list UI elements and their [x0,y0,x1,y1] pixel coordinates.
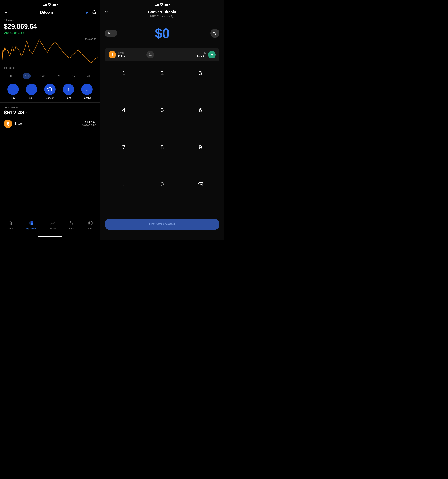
numpad-8[interactable]: 8 [143,140,181,154]
to-currency: USDT [197,54,206,58]
right-battery-icon [164,4,169,6]
header-actions: ★ [85,10,96,15]
amount-input-area: Max $0 [100,20,224,45]
right-home-bar [150,236,175,236]
chart-low-label: $29,730.00 [4,67,15,69]
home-icon [7,220,12,227]
numpad-0[interactable]: 0 [143,178,181,191]
preview-convert-button[interactable]: Preview convert [105,219,220,230]
buy-icon: + [7,84,19,95]
period-1h[interactable]: 1H [7,73,15,79]
price-section: Bitcoin price $29,869.64 ↗$4.12 (0.01%) [0,17,100,37]
bitcoin-asset-row[interactable]: ₿ Bitcoin $612.48 0.0205 BTC [0,117,100,130]
info-icon[interactable]: i [171,14,174,18]
star-icon[interactable]: ★ [85,10,89,15]
right-panel: ✕ Convert Bitcoin $612.29 available i Ma… [100,0,224,240]
svg-point-3 [72,224,73,225]
web3-label: Web3 [87,227,93,230]
numpad-decimal[interactable]: . [105,178,143,191]
earn-icon [69,220,74,227]
numpad-2[interactable]: 2 [143,67,181,80]
chart-high-label: $30,060.28 [85,38,96,41]
chart-canvas [2,38,98,70]
right-status-icons [155,3,169,7]
period-1w[interactable]: 1W [38,73,47,79]
from-currency: BTC [118,54,125,58]
period-all[interactable]: All [85,73,93,79]
swap-direction-button[interactable] [210,29,220,38]
numpad-4[interactable]: 4 [105,103,143,117]
nav-web3[interactable]: Web3 [87,220,93,230]
left-panel: ← Bitcoin ★ Bitcoin price $29,869.64 ↗$4… [0,0,100,240]
right-status-bar [100,0,224,8]
numpad-5[interactable]: 5 [143,103,181,117]
numpad-3[interactable]: 3 [181,67,220,80]
right-signal-icon [155,3,159,6]
convert-header: ✕ Convert Bitcoin $612.29 available i [100,8,224,20]
close-button[interactable]: ✕ [105,10,108,15]
share-icon[interactable] [92,10,96,15]
conversion-pair: ₿ From BTC To USDT [105,48,220,61]
trade-label: Trade [50,227,56,230]
period-1m[interactable]: 1M [54,73,63,79]
back-button[interactable]: ← [4,10,8,15]
numpad-1[interactable]: 1 [105,67,143,80]
convert-label: Convert [46,96,54,99]
bottom-navigation: Home My assets Trade [0,219,100,234]
balance-value[interactable]: $612.48 › [4,109,96,116]
numpad-backspace[interactable] [181,178,220,191]
balance-section: Your balance $612.48 › [0,103,100,117]
right-wifi-icon [160,3,163,7]
max-button[interactable]: Max [105,30,117,37]
trade-icon [50,220,55,227]
buy-label: Buy [11,96,15,99]
nav-earn[interactable]: Earn [69,220,74,230]
page-title: Bitcoin [40,10,53,14]
signal-icon [43,3,46,6]
send-label: Send [65,96,71,99]
price-chart: $30,060.28 $29,730.00 [0,38,100,70]
to-label: To [204,51,206,54]
convert-title: Convert Bitcoin [105,10,220,14]
svg-point-2 [70,221,71,222]
my-assets-icon [29,220,34,227]
svg-line-1 [70,221,73,224]
numpad: 1 2 3 4 5 6 7 8 9 . 0 [100,65,224,217]
swap-arrow-button[interactable] [147,51,154,59]
period-1y[interactable]: 1Y [70,73,78,79]
to-section: To USDT [197,51,216,59]
asset-values: $612.48 0.0205 BTC [82,120,96,127]
receive-button[interactable]: ↓ Receive [81,84,93,99]
bitcoin-asset-icon: ₿ [4,120,12,128]
convert-header-center: Convert Bitcoin $612.29 available i [105,10,220,18]
sell-button[interactable]: − Sell [26,84,37,99]
action-buttons: + Buy − Sell Convert ↑ Send ↓ Receive [0,80,100,102]
buy-button[interactable]: + Buy [7,84,19,99]
wifi-icon [48,3,51,7]
home-label: Home [6,227,13,230]
nav-home[interactable]: Home [6,220,13,230]
send-button[interactable]: ↑ Send [63,84,74,99]
receive-icon: ↓ [81,84,93,95]
numpad-7[interactable]: 7 [105,140,143,154]
period-1d[interactable]: 1D [23,73,31,79]
from-info: From BTC [118,51,125,58]
home-indicator [0,234,100,240]
bitcoin-header: ← Bitcoin ★ [0,8,100,17]
convert-button[interactable]: Convert [44,84,56,99]
numpad-9[interactable]: 9 [181,140,220,154]
price-value: $29,869.64 [4,22,96,30]
convert-icon [44,84,56,95]
numpad-6[interactable]: 6 [181,103,220,117]
btc-icon: ₿ [109,51,116,59]
sell-label: Sell [29,96,34,99]
usdt-icon [208,51,216,59]
time-period-selector: 1H 1D 1W 1M 1Y All [0,71,100,80]
balance-chevron-icon: › [26,111,27,115]
right-home-indicator [100,233,224,239]
from-section: ₿ From BTC [109,51,125,59]
nav-trade[interactable]: Trade [50,220,56,230]
status-icons [43,3,57,7]
asset-name: Bitcoin [15,122,79,126]
nav-my-assets[interactable]: My assets [26,220,36,230]
